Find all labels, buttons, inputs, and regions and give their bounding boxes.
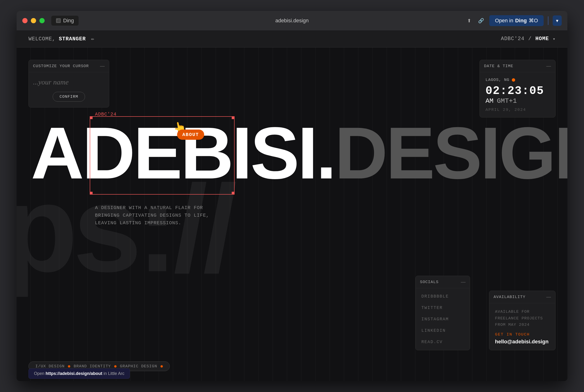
tab-icon: ⬛ (56, 18, 61, 23)
browser-window: ⬛ Ding adebisi.design ⬆ 🔗 Open in Ding ⌘… (17, 11, 567, 381)
share-icon[interactable]: ⬆ (465, 17, 473, 24)
open-in-button[interactable]: Open in Ding ⌘O (489, 15, 544, 26)
socials-widget-minimize[interactable]: — (461, 279, 465, 285)
breadcrumb-current[interactable]: HOME (535, 36, 549, 42)
tagline-line2: BRINGING CAPTIVATING DESIGNS TO LIFE, (95, 212, 209, 219)
tooltip-suffix: in Little Arc (102, 371, 124, 376)
pencil-icon: ✏ (91, 36, 95, 42)
tooltip-prefix: Open (34, 371, 46, 376)
availability-widget-title: AVAILABILITY (493, 295, 525, 299)
social-item-twitter[interactable]: TWITTER (416, 302, 470, 314)
socials-widget: SOCIALS — DRIBBBBLE TWITTER INSTAGRAM LI… (415, 276, 470, 350)
open-in-shortcut: ⌘O (529, 18, 538, 24)
dt-date: APRIL 29, 2024 (485, 108, 549, 112)
tag-dot-3 (161, 365, 163, 368)
contact-email[interactable]: hello@adebisi.design (495, 338, 549, 345)
dt-time-row: 02:23:05 AM GMT+1 (485, 84, 549, 105)
tag-brand-identity: BRAND IDENTITY (74, 364, 111, 368)
datetime-widget-header: DATE & TIME — (480, 60, 555, 72)
cursor-widget-title: CUSTOMIZE YOUR CURSOR (33, 64, 89, 68)
tag-ux-design: I/UX DESIGN (35, 364, 65, 368)
fullscreen-button[interactable] (40, 18, 45, 23)
availability-text: AVAILABLE FOR FREELANCE PROJECTS FROM MA… (495, 308, 549, 328)
location-text: LAGOS, NG (485, 78, 509, 82)
url-text: adebisi.design (275, 18, 309, 24)
social-item-readcv[interactable]: READ.CV (416, 336, 470, 348)
hero-text: ADEBISI.DESIGN (31, 116, 567, 190)
title-bar-actions: ⬆ 🔗 Open in Ding ⌘O ▾ (465, 15, 562, 26)
tagline: A DESIGNER WITH A NATURAL FLAIR FOR BRIN… (95, 204, 209, 227)
chevron-down-icon[interactable]: ▾ (553, 36, 555, 42)
hero-main-text: ADEBISI.DESIGN (31, 116, 567, 190)
dt-period: AM (485, 97, 493, 105)
tagline-line3: LEAVING LASTING IMPRESSIONS. (95, 219, 209, 227)
availability-widget-header: AVAILABILITY — (489, 291, 555, 303)
cursor-widget-header: CUSTOMIZE YOUR CURSOR — (29, 60, 109, 72)
nav-breadcrumb: ADBC'24 / HOME ▾ (501, 36, 555, 42)
nav-welcome: WELCOME, STRANGER ✏ (29, 36, 95, 42)
button-divider (548, 16, 548, 25)
dt-timezone: GMT+1 (497, 97, 517, 105)
tag-graphic-design: GRAPHIC DESIGN (120, 364, 157, 368)
title-bar: ⬛ Ding adebisi.design ⬆ 🔗 Open in Ding ⌘… (17, 11, 567, 30)
adbc-label: ADBC'24 (95, 112, 117, 117)
url-bar[interactable]: adebisi.design (275, 18, 309, 24)
cursor-widget-body: ...your name CONFIRM (29, 72, 109, 107)
breadcrumb-separator: / (528, 36, 531, 42)
social-item-linkedin[interactable]: LINKEDIN (416, 325, 470, 336)
datetime-widget: DATE & TIME — LAGOS, NG 02:23:05 AM GMT+… (479, 60, 555, 118)
hero-design: DESIGN (335, 112, 567, 194)
socials-widget-header: SOCIALS — (416, 276, 470, 288)
tag-dot-1 (68, 365, 70, 368)
traffic-lights (22, 18, 45, 23)
link-icon[interactable]: 🔗 (477, 17, 485, 24)
availability-body: AVAILABLE FOR FREELANCE PROJECTS FROM MA… (489, 303, 555, 350)
main-content: ps:// CUSTOMIZE YOUR CURSOR — ...your na… (17, 48, 567, 381)
tooltip-link[interactable]: https://adebisi.design/about (46, 371, 102, 376)
dt-time: 02:23:05 (485, 84, 544, 97)
tagline-line1: A DESIGNER WITH A NATURAL FLAIR FOR (95, 204, 209, 212)
welcome-name: STRANGER (59, 36, 86, 42)
open-in-label: Open in (495, 18, 513, 24)
cursor-widget: CUSTOMIZE YOUR CURSOR — ...your name CON… (29, 60, 109, 108)
open-in-app: Ding (515, 18, 527, 24)
datetime-widget-body: LAGOS, NG 02:23:05 AM GMT+1 APRIL 29, 20… (480, 72, 555, 117)
tab-label: Ding (63, 18, 74, 24)
availability-widget-minimize[interactable]: — (546, 294, 551, 300)
socials-body: DRIBBBBLE TWITTER INSTAGRAM LINKEDIN REA… (416, 288, 470, 350)
socials-widget-title: SOCIALS (420, 280, 438, 284)
close-button[interactable] (22, 18, 28, 23)
get-in-touch-link[interactable]: GET IN TOUCH (495, 332, 549, 337)
browser-tab[interactable]: ⬛ Ding (51, 16, 79, 26)
minimize-button[interactable] (31, 18, 36, 23)
about-badge[interactable]: ABOUT (177, 130, 204, 140)
chevron-down-button[interactable]: ▾ (553, 16, 562, 26)
cursor-name-input[interactable]: ...your name (33, 78, 105, 86)
confirm-button[interactable]: CONFIRM (53, 92, 85, 102)
datetime-widget-minimize[interactable]: — (546, 63, 551, 69)
datetime-widget-title: DATE & TIME (484, 64, 513, 68)
social-item-instagram[interactable]: INSTAGRAM (416, 314, 470, 325)
welcome-prefix: WELCOME, (29, 36, 59, 42)
dt-location: LAGOS, NG (485, 78, 549, 82)
social-item-dribbble[interactable]: DRIBBBBLE (416, 291, 470, 302)
cursor-widget-minimize[interactable]: — (100, 63, 105, 69)
availability-widget: AVAILABILITY — AVAILABLE FOR FREELANCE P… (489, 291, 555, 350)
tag-dot-2 (114, 365, 117, 368)
breadcrumb-parent[interactable]: ADBC'24 (501, 36, 524, 42)
tooltip-bar: Open https://adebisi.design/about in Lit… (29, 368, 130, 379)
nav-bar: WELCOME, STRANGER ✏ ADBC'24 / HOME ▾ (17, 30, 567, 48)
location-dot (512, 78, 515, 82)
